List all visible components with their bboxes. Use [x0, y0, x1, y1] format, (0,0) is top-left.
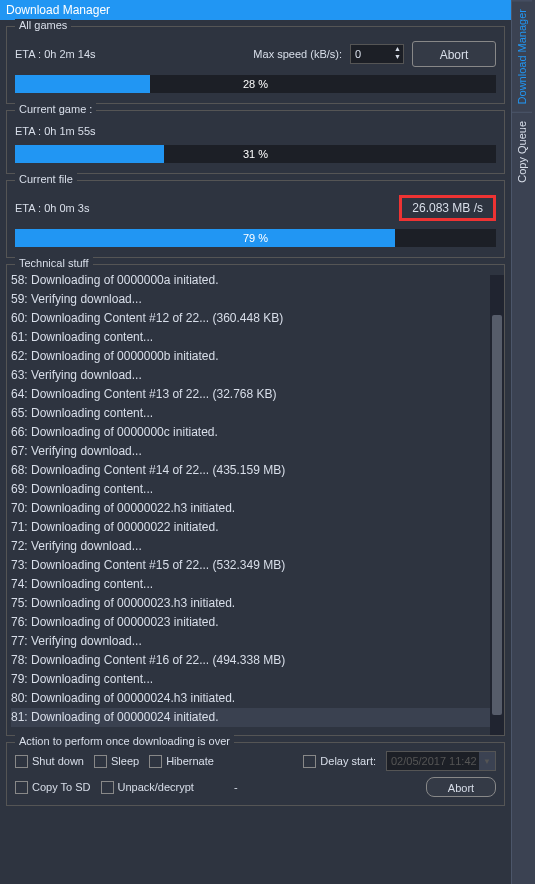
all-games-eta: ETA : 0h 2m 14s	[15, 48, 96, 60]
log-line: 62: Downloading of 0000000b initiated.	[11, 347, 504, 366]
section-technical: Technical stuff 58: Downloading of 00000…	[6, 264, 505, 736]
section-current-game: Current game : ETA : 0h 1m 55s 31 %	[6, 110, 505, 174]
spinner-up-icon[interactable]: ▲	[394, 45, 401, 53]
all-games-progress-label: 28 %	[15, 75, 496, 93]
log-line: 69: Downloading content...	[11, 480, 504, 499]
abort-footer-button[interactable]: Abort	[426, 777, 496, 797]
checkbox-sleep[interactable]: Sleep	[94, 755, 139, 768]
log-line: 74: Downloading content...	[11, 575, 504, 594]
section-current-file-title: Current file	[15, 173, 77, 185]
max-speed-label: Max speed (kB/s):	[253, 48, 342, 60]
current-file-progress-label: 79 %	[15, 229, 496, 247]
side-tab-download-manager[interactable]: Download Manager	[512, 0, 532, 112]
section-all-games: All games ETA : 0h 2m 14s Max speed (kB/…	[6, 26, 505, 104]
log-line: 58: Downloading of 0000000a initiated.	[11, 275, 504, 290]
all-games-progress: 28 %	[15, 75, 496, 93]
log-line: 76: Downloading of 00000023 initiated.	[11, 613, 504, 632]
delay-start-datetime[interactable]: 02/05/2017 11:42 ▼	[386, 751, 496, 771]
log-line: 67: Verifying download...	[11, 442, 504, 461]
log-line: 66: Downloading of 0000000c initiated.	[11, 423, 504, 442]
footer-dash: -	[234, 781, 238, 793]
checkbox-sleep-label: Sleep	[111, 755, 139, 767]
section-current-file: Current file ETA : 0h 0m 3s 26.083 MB /s…	[6, 180, 505, 258]
abort-all-button[interactable]: Abort	[412, 41, 496, 67]
section-all-games-title: All games	[15, 19, 71, 31]
checkbox-unpack[interactable]: Unpack/decrypt	[101, 781, 194, 794]
footer-title: Action to perform once downloading is ov…	[15, 735, 234, 747]
section-current-game-title: Current game :	[15, 103, 96, 115]
max-speed-input[interactable]	[351, 48, 389, 60]
log-line: 72: Verifying download...	[11, 537, 504, 556]
checkbox-unpack-label: Unpack/decrypt	[118, 781, 194, 793]
log-line: 68: Downloading Content #14 of 22... (43…	[11, 461, 504, 480]
dropdown-icon[interactable]: ▼	[479, 752, 495, 770]
log-line: 70: Downloading of 00000022.h3 initiated…	[11, 499, 504, 518]
side-tab-copy-queue[interactable]: Copy Queue	[512, 112, 532, 191]
checkbox-shutdown[interactable]: Shut down	[15, 755, 84, 768]
checkbox-copy-to-sd-label: Copy To SD	[32, 781, 91, 793]
current-file-eta: ETA : 0h 0m 3s	[15, 202, 89, 214]
log-line: 59: Verifying download...	[11, 290, 504, 309]
current-game-progress-label: 31 %	[15, 145, 496, 163]
log-line: 71: Downloading of 00000022 initiated.	[11, 518, 504, 537]
log-line: 61: Downloading content...	[11, 328, 504, 347]
checkbox-shutdown-label: Shut down	[32, 755, 84, 767]
log-line: 79: Downloading content...	[11, 670, 504, 689]
window-title: Download Manager	[0, 0, 511, 20]
log-line: 60: Downloading Content #12 of 22... (36…	[11, 309, 504, 328]
log-box: 58: Downloading of 0000000a initiated.59…	[11, 275, 504, 735]
log-line: 75: Downloading of 00000023.h3 initiated…	[11, 594, 504, 613]
max-speed-spinner[interactable]: ▲ ▼	[350, 44, 404, 64]
checkbox-delay-start[interactable]: Delay start:	[303, 755, 376, 768]
delay-start-value: 02/05/2017 11:42	[391, 755, 477, 767]
spinner-down-icon[interactable]: ▼	[394, 53, 401, 61]
current-file-progress: 79 %	[15, 229, 496, 247]
download-speed: 26.083 MB /s	[399, 195, 496, 221]
current-game-eta: ETA : 0h 1m 55s	[15, 125, 96, 137]
log-line: 73: Downloading Content #15 of 22... (53…	[11, 556, 504, 575]
section-technical-title: Technical stuff	[15, 257, 93, 269]
log-line: 80: Downloading of 00000024.h3 initiated…	[11, 689, 504, 708]
side-tabs: Download Manager Copy Queue	[511, 0, 535, 884]
current-game-progress: 31 %	[15, 145, 496, 163]
checkbox-hibernate[interactable]: Hibernate	[149, 755, 214, 768]
log-line: 81: Downloading of 00000024 initiated.	[11, 708, 504, 727]
log-scrollbar[interactable]	[490, 275, 504, 735]
checkbox-hibernate-label: Hibernate	[166, 755, 214, 767]
log-line: 78: Downloading Content #16 of 22... (49…	[11, 651, 504, 670]
log-line: 63: Verifying download...	[11, 366, 504, 385]
log-line: 77: Verifying download...	[11, 632, 504, 651]
checkbox-copy-to-sd[interactable]: Copy To SD	[15, 781, 91, 794]
log-scroll-thumb[interactable]	[492, 315, 502, 715]
log-line: 64: Downloading Content #13 of 22... (32…	[11, 385, 504, 404]
checkbox-delay-start-label: Delay start:	[320, 755, 376, 767]
section-footer: Action to perform once downloading is ov…	[6, 742, 505, 806]
log-line: 65: Downloading content...	[11, 404, 504, 423]
